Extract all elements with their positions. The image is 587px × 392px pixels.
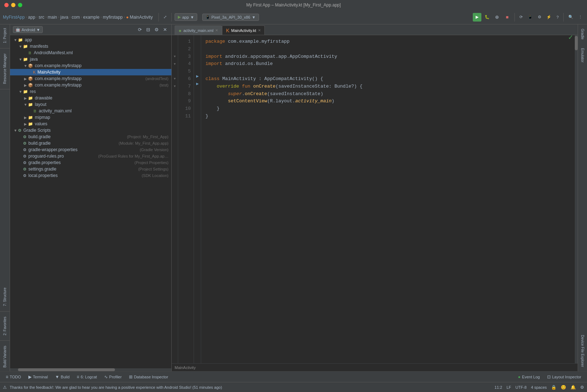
toggle-res[interactable]: ▼ xyxy=(18,90,23,94)
tree-scrollbar[interactable] xyxy=(10,368,171,371)
tree-item-res[interactable]: ▼ 📁 res xyxy=(10,88,171,95)
tree-item-androidmanifest[interactable]: 🗎 AndroidManifest.xml xyxy=(10,50,171,56)
device-selector[interactable]: 📱 Pixel_3a_API_30_x86 ▼ xyxy=(202,14,259,21)
tree-item-mipmap[interactable]: ▶ 📁 mipmap xyxy=(10,114,171,121)
settings-button[interactable]: ⋮ xyxy=(577,14,584,20)
bottom-tab-build[interactable]: ▼ Build xyxy=(52,373,72,381)
fold-3[interactable]: ▼ xyxy=(174,55,176,59)
bottom-tab-todo[interactable]: ≡ TODO xyxy=(3,373,24,381)
breadcrumb-com[interactable]: com xyxy=(71,15,80,20)
profile-button[interactable]: ⚡ xyxy=(545,14,553,20)
toggle-app[interactable]: ▼ xyxy=(13,38,18,42)
toggle-manifests[interactable]: ▼ xyxy=(18,45,23,48)
toggle-gradle-scripts[interactable]: ▼ xyxy=(13,129,18,132)
tree-item-drawable[interactable]: ▶ 📁 drawable xyxy=(10,95,171,101)
debug-button[interactable]: 🐛 xyxy=(483,13,491,22)
tree-item-activity-main-xml[interactable]: 🗎 activity_main.xml xyxy=(10,108,171,114)
encoding[interactable]: UTF-8 xyxy=(516,385,527,389)
tab-activity-main-xml[interactable]: ● activity_main.xml ✕ xyxy=(175,25,222,35)
breadcrumb-app[interactable]: app xyxy=(28,15,35,20)
close-button[interactable] xyxy=(4,3,9,7)
sidebar-tab-favorites[interactable]: 2: Favorites xyxy=(1,313,8,339)
toggle-layout[interactable]: ▼ xyxy=(23,103,28,107)
toggle-mipmap[interactable]: ▶ xyxy=(23,116,28,120)
collapse-all-button[interactable]: ⊟ xyxy=(145,26,152,33)
indent-status[interactable]: 4 spaces xyxy=(531,385,547,389)
toggle-test[interactable]: ▶ xyxy=(23,83,28,87)
settings-gear-button[interactable]: ⚙ xyxy=(153,26,160,33)
toggle-java[interactable]: ▼ xyxy=(18,57,23,61)
tab-close-kt[interactable]: ✕ xyxy=(258,28,261,32)
avd-manager-button[interactable]: 📱 xyxy=(526,14,535,20)
bottom-tab-database[interactable]: ⊞ Database Inspector xyxy=(126,373,171,381)
toggle-androidtest[interactable]: ▶ xyxy=(23,77,28,81)
sidebar-tab-build-variants[interactable]: Build Variants xyxy=(1,342,8,371)
sidebar-tab-resource[interactable]: Resource Manager xyxy=(1,50,8,88)
bottom-tab-layout-inspector[interactable]: ⊡ Layout Inspector xyxy=(544,373,584,381)
toggle-com-example[interactable]: ▼ xyxy=(23,64,28,68)
attach-debugger-button[interactable]: ⊕ xyxy=(493,13,502,22)
tree-item-settings-gradle[interactable]: ⚙ settings.gradle (Project Settings) xyxy=(10,166,171,172)
stop-button[interactable]: ■ xyxy=(503,13,512,22)
hide-panel-button[interactable]: ✕ xyxy=(162,26,168,33)
window-controls[interactable] xyxy=(4,3,22,7)
navigation-button[interactable]: ⤢ xyxy=(162,14,168,20)
run-button[interactable]: ▶ xyxy=(473,13,481,22)
bottom-tab-logcat[interactable]: ≡ 6: Logcat xyxy=(74,373,100,381)
bottom-tab-terminal[interactable]: ▶ Terminal xyxy=(26,373,51,381)
tree-item-values[interactable]: ▶ 📁 values xyxy=(10,121,171,127)
tree-item-local-properties[interactable]: ⚙ local.properties (SDK Location) xyxy=(10,172,171,179)
code-content[interactable]: package com.example.myfirstapp import an… xyxy=(201,35,575,363)
editor-scrollbar-v[interactable] xyxy=(575,35,578,363)
breadcrumb-myfirstapp[interactable]: myfirstapp xyxy=(103,15,123,20)
tree-item-build-gradle-module[interactable]: ⚙ build.gradle (Module: My_First_App.app… xyxy=(10,140,171,146)
tab-mainactivity-kt[interactable]: K MainActivity.kt ✕ xyxy=(222,25,265,35)
tree-item-mainactivity[interactable]: K MainActivity xyxy=(10,69,171,75)
tree-item-gradle-scripts[interactable]: ▼ ⚙ Gradle Scripts xyxy=(10,127,171,134)
right-tab-device-files[interactable]: Device File Explorer xyxy=(579,331,586,371)
line-sep[interactable]: LF xyxy=(507,385,511,389)
right-tab-gradle[interactable]: Gradle xyxy=(579,24,586,44)
breadcrumb-example[interactable]: example xyxy=(83,15,99,20)
tree-item-gradle-properties[interactable]: ⚙ gradle.properties (Project Properties) xyxy=(10,159,171,166)
bottom-tab-profiler[interactable]: ∿ Profiler xyxy=(101,373,125,381)
bottom-tab-event-log[interactable]: ● Event Log xyxy=(515,373,543,381)
sync-project-button[interactable]: ⟳ xyxy=(137,26,143,33)
tree-item-app[interactable]: ▼ 📁 app xyxy=(10,37,171,43)
breadcrumb-src[interactable]: src xyxy=(38,15,44,20)
fold-7[interactable]: ▼ xyxy=(174,85,176,88)
help-button[interactable]: ? xyxy=(555,14,560,20)
tree-item-manifests[interactable]: ▼ 📁 manifests xyxy=(10,43,171,50)
import-bundle: android.os.Bundle xyxy=(225,60,273,68)
toggle-drawable[interactable]: ▶ xyxy=(23,96,28,100)
line-num-3: 3 xyxy=(182,53,191,61)
tree-item-proguard[interactable]: ⚙ proguard-rules.pro (ProGuard Rules for… xyxy=(10,153,171,159)
cursor-position[interactable]: 11:2 xyxy=(495,385,502,389)
fold-6[interactable]: ▼ xyxy=(174,77,176,81)
sidebar-tab-project[interactable]: 1: Project xyxy=(1,24,8,47)
android-view-dropdown[interactable]: 🤖 Android ▼ xyxy=(13,26,43,33)
right-tab-emulator[interactable]: Emulator xyxy=(579,44,586,67)
search-everywhere-button[interactable]: 🔍 xyxy=(567,14,575,20)
tree-item-test[interactable]: ▶ 📦 com.example.myfirstapp (test) xyxy=(10,82,171,88)
app-selector[interactable]: ▶ app ▼ xyxy=(175,13,197,21)
breadcrumb-main[interactable]: main xyxy=(48,15,57,20)
code-editor[interactable]: ▼ ▼ ▼ ▼ xyxy=(172,35,578,363)
tree-item-build-gradle-project[interactable]: ⚙ build.gradle (Project: My_First_App) xyxy=(10,134,171,140)
tree-item-gradle-wrapper[interactable]: ⚙ gradle-wrapper.properties (Gradle Vers… xyxy=(10,146,171,153)
maximize-button[interactable] xyxy=(18,3,22,7)
tree-item-androidtest[interactable]: ▶ 📦 com.example.myfirstapp (androidTest) xyxy=(10,75,171,82)
tab-close-xml[interactable]: ✕ xyxy=(215,28,218,32)
sync-button[interactable]: ⟳ xyxy=(518,14,524,20)
tree-item-layout[interactable]: ▼ 📁 layout xyxy=(10,101,171,108)
sdk-manager-button[interactable]: ⚙ xyxy=(536,14,543,20)
breadcrumb-mainactivity[interactable]: MainActivity xyxy=(130,15,153,20)
sidebar-tab-structure[interactable]: 7: Structure xyxy=(1,284,8,310)
fold-4[interactable]: ▼ xyxy=(174,62,176,66)
tree-item-java[interactable]: ▼ 📁 java xyxy=(10,56,171,62)
minimize-button[interactable] xyxy=(11,3,15,7)
breadcrumb-java[interactable]: java xyxy=(60,15,68,20)
toggle-values[interactable]: ▶ xyxy=(23,122,28,126)
breadcrumb-myFirstApp[interactable]: MyFirstApp xyxy=(3,15,25,20)
tree-item-com-example[interactable]: ▼ 📦 com.example.myfirstapp xyxy=(10,62,171,69)
